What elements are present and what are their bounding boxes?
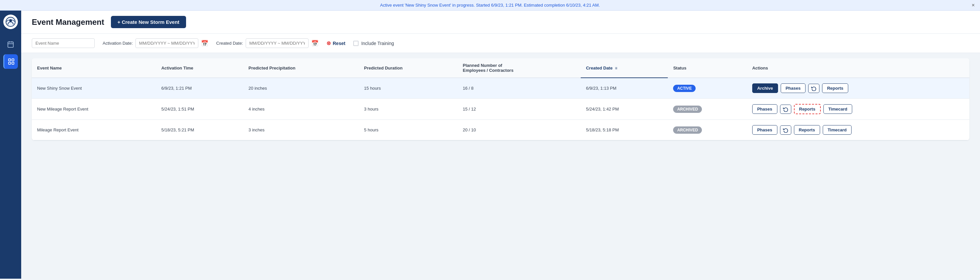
event-name-filter-group — [32, 38, 95, 48]
include-training-label[interactable]: Include Training — [353, 41, 394, 46]
activation-date-label: Activation Date: — [103, 41, 133, 46]
cell-activation-time: 5/18/23, 5:21 PM — [156, 120, 243, 140]
cell-created-date: 6/9/23, 1:13 PM — [581, 78, 668, 99]
action-phases-button[interactable]: Phases — [781, 83, 806, 93]
table-row: New Mileage Report Event 5/24/23, 1:51 P… — [32, 99, 969, 120]
action-history-button[interactable] — [780, 126, 791, 135]
cell-actions: Phases ReportsTimecard — [747, 120, 969, 140]
cell-activation-time: 5/24/23, 1:51 PM — [156, 99, 243, 120]
sidebar-item-dashboard[interactable] — [3, 54, 18, 69]
table-row: New Shiny Snow Event 6/9/23, 1:21 PM 20 … — [32, 78, 969, 99]
include-training-checkbox[interactable] — [353, 41, 359, 46]
events-table: Event Name Activation Time Predicted Pre… — [32, 58, 969, 140]
action-phases-button[interactable]: Phases — [752, 104, 777, 114]
action-reports-button[interactable]: Reports — [822, 83, 848, 93]
col-status: Status — [668, 58, 747, 78]
cell-status: ARCHIVED — [668, 120, 747, 140]
table-header-row: Event Name Activation Time Predicted Pre… — [32, 58, 969, 78]
status-badge: ARCHIVED — [673, 106, 702, 113]
cell-predicted-precipitation: 20 inches — [243, 78, 359, 99]
svg-rect-6 — [8, 59, 10, 61]
cell-predicted-duration: 15 hours — [359, 78, 458, 99]
reset-x-icon: ⊗ — [326, 40, 331, 46]
action-reports-button[interactable]: Reports — [794, 104, 821, 114]
reset-label: Reset — [333, 41, 345, 46]
cell-event-name: New Mileage Report Event — [32, 99, 156, 120]
status-badge: ACTIVE — [673, 85, 695, 92]
cell-predicted-precipitation: 4 inches — [243, 99, 359, 120]
banner-text: Active event 'New Shiny Snow Event' in p… — [380, 3, 600, 8]
cell-activation-time: 6/9/23, 1:21 PM — [156, 78, 243, 99]
cell-predicted-precipitation: 3 inches — [243, 120, 359, 140]
created-date-filter-group: Created Date: 📅 — [216, 38, 318, 48]
cell-status: ACTIVE — [668, 78, 747, 99]
banner-close-button[interactable]: × — [972, 2, 975, 8]
action-reports-button[interactable]: Reports — [794, 125, 820, 135]
activation-date-calendar-icon[interactable]: 📅 — [201, 40, 208, 47]
created-date-calendar-icon[interactable]: 📅 — [311, 40, 318, 47]
activation-date-filter-group: Activation Date: 📅 — [103, 38, 208, 48]
col-predicted-precipitation: Predicted Precipitation — [243, 58, 359, 78]
action-history-button[interactable] — [808, 84, 819, 93]
sort-icon[interactable]: ≡ — [615, 66, 617, 70]
col-predicted-duration: Predicted Duration — [359, 58, 458, 78]
activation-date-input[interactable] — [135, 38, 198, 48]
cell-event-name: Mileage Report Event — [32, 120, 156, 140]
reset-button[interactable]: ⊗ Reset — [326, 40, 345, 46]
col-actions: Actions — [747, 58, 969, 78]
table-row: Mileage Report Event 5/18/23, 5:21 PM 3 … — [32, 120, 969, 140]
svg-rect-9 — [11, 62, 14, 64]
action-buttons: Phases ReportsTimecard — [752, 125, 964, 135]
action-buttons: Phases ReportsTimecard — [752, 104, 964, 114]
col-activation-time: Activation Time — [156, 58, 243, 78]
action-history-button[interactable] — [780, 105, 791, 114]
include-training-text: Include Training — [361, 41, 394, 46]
action-archive-button[interactable]: Archive — [752, 83, 778, 93]
col-planned-number: Planned Number ofEmployees / Contractors — [458, 58, 581, 78]
cell-actions: Phases ReportsTimecard — [747, 99, 969, 120]
cell-planned-number: 20 / 10 — [458, 120, 581, 140]
page-header: Event Management + Create New Storm Even… — [21, 11, 980, 34]
col-created-date: Created Date ≡ — [581, 58, 668, 78]
svg-rect-7 — [11, 59, 14, 61]
action-timecard-button[interactable]: Timecard — [823, 125, 852, 135]
event-name-input[interactable] — [32, 38, 95, 48]
table-container: Event Name Activation Time Predicted Pre… — [21, 53, 980, 279]
col-event-name: Event Name — [32, 58, 156, 78]
cell-created-date: 5/24/23, 1:42 PM — [581, 99, 668, 120]
cell-created-date: 5/18/23, 5:18 PM — [581, 120, 668, 140]
action-buttons: ArchivePhases Reports — [752, 83, 964, 93]
svg-point-1 — [9, 19, 12, 22]
action-phases-button[interactable]: Phases — [752, 125, 777, 135]
svg-rect-2 — [8, 42, 14, 48]
sidebar-item-calendar[interactable] — [3, 37, 18, 52]
cell-planned-number: 15 / 12 — [458, 99, 581, 120]
sidebar-logo — [3, 14, 18, 29]
filters-bar: Activation Date: 📅 Created Date: 📅 ⊗ Res… — [21, 34, 980, 53]
top-banner: Active event 'New Shiny Snow Event' in p… — [0, 0, 980, 11]
create-storm-event-button[interactable]: + Create New Storm Event — [111, 16, 186, 28]
cell-event-name: New Shiny Snow Event — [32, 78, 156, 99]
cell-predicted-duration: 3 hours — [359, 99, 458, 120]
action-timecard-button[interactable]: Timecard — [823, 104, 853, 114]
cell-actions: ArchivePhases Reports — [747, 78, 969, 99]
page-title: Event Management — [32, 18, 104, 27]
sidebar — [0, 11, 21, 279]
cell-status: ARCHIVED — [668, 99, 747, 120]
svg-rect-8 — [8, 62, 10, 64]
cell-planned-number: 16 / 8 — [458, 78, 581, 99]
created-date-label: Created Date: — [216, 41, 243, 46]
created-date-input[interactable] — [246, 38, 309, 48]
status-badge: ARCHIVED — [673, 126, 702, 134]
main-content: Event Management + Create New Storm Even… — [21, 11, 980, 279]
cell-predicted-duration: 5 hours — [359, 120, 458, 140]
